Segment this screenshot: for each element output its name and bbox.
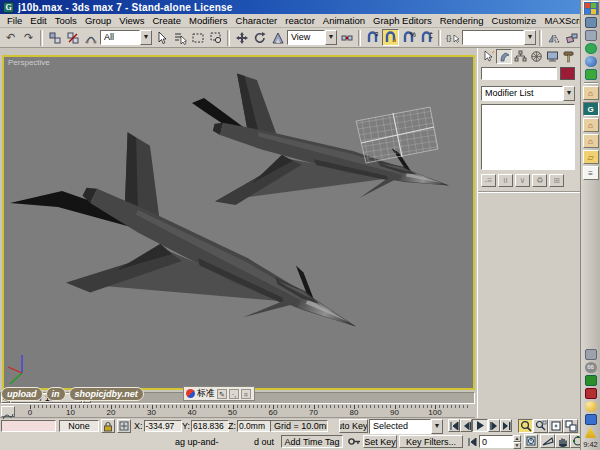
ime-pen-icon[interactable]: ✎ (217, 389, 227, 399)
named-selection-sets-select[interactable]: ▼ (462, 30, 536, 45)
show-end-result-icon[interactable]: II (498, 174, 513, 187)
tray-3[interactable] (585, 375, 597, 386)
task-window-3[interactable]: ⌂ (583, 134, 599, 148)
percent-snap-icon[interactable]: % (400, 29, 417, 46)
mirror-icon[interactable] (545, 29, 562, 46)
display-tab-icon[interactable] (544, 49, 560, 64)
quick-launch-1[interactable] (585, 17, 597, 28)
go-to-start-icon[interactable] (448, 419, 460, 432)
bind-to-spacewarp-icon[interactable] (82, 29, 99, 46)
align-icon[interactable] (563, 29, 580, 46)
menu-item-graph-editors[interactable]: Graph Editors (369, 15, 436, 26)
play-icon[interactable] (472, 419, 488, 432)
spinner-snap-icon[interactable] (418, 29, 435, 46)
select-and-rotate-icon[interactable] (251, 29, 268, 46)
menu-item-animation[interactable]: Animation (319, 15, 369, 26)
window-crossing-icon[interactable] (207, 29, 224, 46)
quick-launch-5[interactable] (585, 69, 597, 80)
grid-helper[interactable] (356, 107, 438, 163)
chevron-down-icon[interactable]: ▼ (563, 86, 575, 101)
viewport-label[interactable]: Perspective (8, 58, 50, 67)
ime-punctuation-icon[interactable]: ·, (229, 389, 239, 399)
motion-tab-icon[interactable] (528, 49, 544, 64)
zoom-all-icon[interactable] (533, 419, 548, 433)
menu-item-customize[interactable]: Customize (488, 15, 541, 26)
chevron-down-icon[interactable]: ▼ (325, 30, 337, 45)
zoom-extents-all-icon[interactable] (563, 419, 578, 433)
maxscript-mini-listener[interactable] (1, 420, 56, 432)
menu-item-modifiers[interactable]: Modifiers (185, 15, 232, 26)
selection-filter-select[interactable]: All ▼ (100, 30, 152, 45)
task-3dsmax-active[interactable]: G (583, 102, 599, 116)
select-and-scale-icon[interactable] (269, 29, 286, 46)
go-to-end-icon[interactable] (500, 419, 512, 432)
menu-item-tools[interactable]: Tools (51, 15, 81, 26)
selection-lock-icon[interactable] (101, 419, 115, 433)
track-bar[interactable]: 0102030405060708090100 (0, 405, 475, 418)
quick-launch-4[interactable] (585, 56, 597, 67)
utilities-tab-icon[interactable] (560, 49, 576, 64)
make-unique-icon[interactable]: ∨ (515, 174, 530, 187)
current-frame-field[interactable]: 0 (479, 435, 513, 448)
task-window-1[interactable]: ⌂ (583, 86, 599, 100)
configure-modifier-sets-icon[interactable]: ⊞ (549, 174, 564, 187)
modifier-list-select[interactable]: Modifier List ▼ (481, 86, 575, 101)
menu-item-rendering[interactable]: Rendering (436, 15, 488, 26)
select-by-name-icon[interactable] (171, 29, 188, 46)
menu-item-edit[interactable]: Edit (26, 15, 50, 26)
use-center-icon[interactable] (338, 29, 355, 46)
ime-keyboard-icon[interactable]: ⌗ (241, 389, 251, 399)
tray-4[interactable] (585, 388, 597, 399)
task-folder[interactable]: ▱ (583, 150, 599, 164)
menu-item-create[interactable]: Create (148, 15, 185, 26)
zoom-icon[interactable] (518, 419, 533, 433)
menu-item-character[interactable]: Character (232, 15, 282, 26)
menu-item-group[interactable]: Group (81, 15, 115, 26)
go-to-start-small-icon[interactable] (466, 435, 478, 448)
set-key-button[interactable]: Set Key (363, 435, 397, 448)
menu-item-file[interactable]: File (3, 15, 26, 26)
time-configuration-icon[interactable] (524, 434, 538, 448)
menu-item-views[interactable]: Views (115, 15, 148, 26)
previous-frame-icon[interactable] (460, 419, 472, 432)
set-key-toggle-icon[interactable] (347, 434, 361, 448)
keyboard-override-icon[interactable]: {} (444, 29, 461, 46)
perspective-viewport[interactable]: Perspective (2, 55, 475, 390)
create-tab-icon[interactable] (480, 49, 496, 64)
next-frame-icon[interactable] (488, 419, 500, 432)
redo-icon[interactable]: ↷ (20, 29, 37, 46)
ime-toolbar[interactable]: 标准 ✎ ·, ⌗ (183, 386, 255, 401)
quick-launch-3[interactable] (585, 43, 597, 54)
key-mode-select[interactable]: Selected ▼ (369, 419, 443, 434)
title-bar[interactable]: G j10b.max - 3ds max 7 - Stand-alone Lic… (0, 0, 580, 14)
key-filters-button[interactable]: Key Filters... (399, 435, 463, 448)
field-of-view-icon[interactable] (540, 434, 555, 448)
tray-2[interactable]: 66 (585, 362, 597, 373)
pin-stack-icon[interactable]: -≡ (481, 174, 496, 187)
ime-mode-label[interactable]: 标准 (197, 387, 215, 400)
add-time-tag[interactable]: Add Time Tag (281, 435, 343, 448)
tray-6[interactable] (585, 414, 597, 425)
zoom-extents-icon[interactable] (548, 419, 563, 433)
object-color-swatch[interactable] (560, 67, 575, 80)
object-name-field[interactable] (481, 67, 557, 80)
reference-coordinate-select[interactable]: View ▼ (287, 30, 337, 45)
x-coordinate-field[interactable]: -334.97 (144, 420, 182, 432)
quick-launch-2[interactable] (585, 30, 597, 41)
y-coordinate-field[interactable]: 618.836 (191, 420, 229, 432)
hierarchy-tab-icon[interactable] (512, 49, 528, 64)
chevron-down-icon[interactable]: ▼ (140, 30, 152, 45)
mini-curve-editor-icon[interactable] (1, 406, 15, 417)
frame-spinner[interactable]: ▲▼ (513, 435, 521, 448)
task-document[interactable]: ≡ (583, 166, 599, 180)
pan-icon[interactable] (555, 434, 570, 448)
menu-item-reactor[interactable]: reactor (281, 15, 319, 26)
chevron-down-icon[interactable]: ▼ (431, 419, 443, 434)
absolute-mode-icon[interactable] (117, 419, 131, 433)
rectangular-selection-icon[interactable] (189, 29, 206, 46)
jet-model-rear[interactable] (192, 71, 463, 255)
tray-1[interactable] (585, 349, 597, 360)
unlink-selection-icon[interactable] (64, 29, 81, 46)
windows-start-icon[interactable] (583, 1, 599, 15)
remove-modifier-icon[interactable]: ♻ (532, 174, 547, 187)
